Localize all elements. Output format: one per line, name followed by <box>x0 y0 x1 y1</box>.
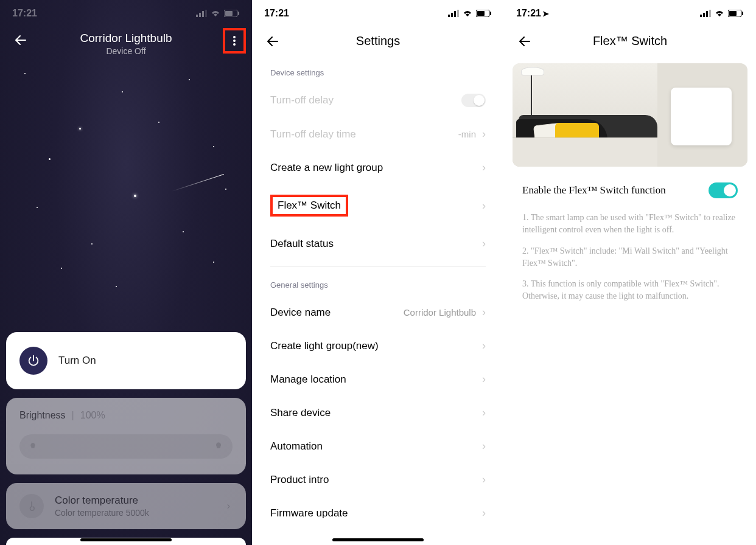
back-button[interactable] <box>265 34 280 51</box>
power-button[interactable] <box>19 347 47 375</box>
status-time: 17:21➤ <box>516 8 549 19</box>
svg-rect-13 <box>490 12 491 15</box>
row-label: Create a new light group <box>270 162 383 174</box>
turn-on-card[interactable]: Turn On <box>6 332 246 389</box>
svg-rect-8 <box>451 13 453 17</box>
wifi-icon <box>210 10 221 17</box>
location-icon: ➤ <box>542 9 549 18</box>
home-indicator[interactable] <box>80 538 172 541</box>
color-temp-title: Color temperature <box>55 495 149 507</box>
svg-rect-19 <box>729 11 737 16</box>
brightness-slider[interactable] <box>19 434 233 459</box>
flex-switch-header: Flex™ Switch <box>504 27 756 55</box>
svg-rect-1 <box>199 13 201 17</box>
chevron-right-icon: › <box>482 373 486 386</box>
chevron-right-icon: › <box>482 406 486 419</box>
enable-flex-switch-row: Enable the Flex™ Switch function <box>504 178 756 209</box>
flex-switch-title: Flex™ Switch <box>593 34 667 48</box>
row-turn-off-delay[interactable]: Turn-off delay <box>252 83 504 117</box>
svg-rect-15 <box>703 13 705 17</box>
enable-label: Enable the Flex™ Switch function <box>522 184 666 196</box>
status-time: 17:21 <box>12 8 37 19</box>
chevron-right-icon: › <box>482 237 486 250</box>
more-vertical-icon <box>233 35 236 47</box>
power-icon <box>27 354 40 367</box>
row-turn-off-delay-time[interactable]: Turn-off delay time -min › <box>252 117 504 151</box>
row-label: Firmware update <box>270 507 348 519</box>
svg-rect-5 <box>225 11 233 16</box>
battery-icon <box>728 10 744 17</box>
row-label: Share device <box>270 407 331 419</box>
row-label: Flex™ Switch <box>278 200 341 211</box>
toggle-turn-off-delay[interactable] <box>461 94 486 107</box>
color-temp-icon-circle <box>19 494 44 518</box>
svg-rect-17 <box>709 10 711 17</box>
row-label: Automation <box>270 440 323 453</box>
separator: | <box>72 410 74 421</box>
arrow-left-icon <box>517 34 532 49</box>
more-menu-button[interactable] <box>223 28 246 54</box>
signal-icon <box>700 10 711 17</box>
row-create-light-group-new[interactable]: Create light group(new) › <box>252 329 504 363</box>
row-default-status[interactable]: Default status › <box>252 227 504 260</box>
brightness-value: 100% <box>80 410 105 421</box>
home-indicator[interactable] <box>332 538 424 541</box>
section-general-settings: General settings <box>252 267 504 296</box>
wifi-icon <box>714 10 725 17</box>
toggle-flex-switch[interactable] <box>709 182 738 198</box>
row-label: Create light group(new) <box>270 340 379 352</box>
row-firmware-update[interactable]: Firmware update › <box>252 496 504 530</box>
row-flex-switch[interactable]: Flex™ Switch › <box>252 184 504 227</box>
flex-switch-screen: 17:21➤ Flex™ Switch Enab <box>504 0 756 545</box>
arrow-left-icon <box>13 33 28 47</box>
row-value: Corridor Lightbulb <box>404 307 476 318</box>
chevron-right-icon: › <box>482 440 486 453</box>
arrow-left-icon <box>265 34 280 49</box>
back-button[interactable] <box>13 33 28 50</box>
chevron-right-icon: › <box>482 306 486 319</box>
row-create-light-group[interactable]: Create a new light group › <box>252 151 504 184</box>
signal-icon <box>448 10 459 17</box>
svg-rect-3 <box>205 10 207 17</box>
battery-icon <box>476 10 492 17</box>
status-icons <box>196 10 240 17</box>
color-temp-value: Color temperature 5000k <box>55 508 149 518</box>
row-automation[interactable]: Automation › <box>252 429 504 463</box>
status-time: 17:21 <box>264 8 289 19</box>
row-manage-location[interactable]: Manage location › <box>252 363 504 396</box>
row-product-intro[interactable]: Product intro › <box>252 463 504 496</box>
svg-rect-6 <box>238 12 239 15</box>
note-2: 2. "Flex™ Switch" include: "Mi Wall Swit… <box>504 243 756 276</box>
row-share-device[interactable]: Share device › <box>252 396 504 429</box>
turn-on-label: Turn On <box>58 355 96 367</box>
brightness-card: Brightness | 100% <box>6 398 246 474</box>
thermometer-icon <box>26 500 38 512</box>
chevron-right-icon: › <box>482 507 486 519</box>
svg-rect-14 <box>700 15 702 17</box>
settings-screen: 17:21 Settings Device settings Turn-off … <box>252 0 504 545</box>
color-temperature-card[interactable]: Color temperature Color temperature 5000… <box>6 483 246 529</box>
device-title: Corridor Lightbulb <box>0 32 252 45</box>
back-button[interactable] <box>517 34 532 51</box>
chevron-right-icon: › <box>482 161 486 174</box>
illustration-image <box>513 63 747 167</box>
chevron-right-icon: › <box>482 339 486 352</box>
note-1: 1. The smart lamp can be used with "Flex… <box>504 209 756 243</box>
svg-rect-7 <box>448 15 450 17</box>
chevron-right-icon: › <box>227 501 230 512</box>
svg-rect-12 <box>477 11 485 16</box>
status-icons <box>700 10 744 17</box>
wall-switch-illustration <box>671 88 732 145</box>
svg-rect-0 <box>196 15 198 17</box>
row-label: Default status <box>270 238 334 250</box>
note-3: 3. This function is only compatible with… <box>504 276 756 309</box>
svg-rect-10 <box>457 10 459 17</box>
row-label: Product intro <box>270 474 329 486</box>
brightness-label: Brightness <box>19 410 66 421</box>
svg-rect-2 <box>202 11 204 17</box>
signal-icon <box>196 10 207 17</box>
status-bar: 17:21 <box>252 0 504 27</box>
status-bar: 17:21 <box>0 0 252 27</box>
status-icons <box>448 10 492 17</box>
row-device-name[interactable]: Device name Corridor Lightbulb › <box>252 296 504 329</box>
